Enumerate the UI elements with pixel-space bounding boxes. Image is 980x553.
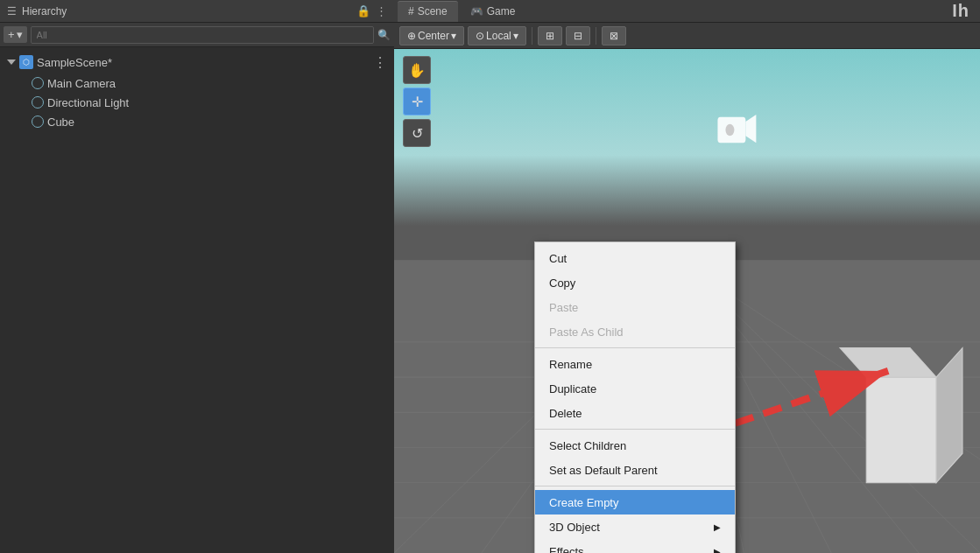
center-button[interactable]: ⊕ Center ▾ <box>399 26 464 46</box>
ctx-duplicate[interactable]: Duplicate <box>535 376 735 401</box>
tabs-bar: # Scene 🎮 Game Ih <box>394 0 980 23</box>
ctx-set-default-parent-label: Set as Default Parent <box>549 464 658 477</box>
ctx-select-children-label: Select Children <box>549 439 626 452</box>
ctx-create-empty[interactable]: Create Empty <box>535 490 735 514</box>
hierarchy-menu-icon: ☰ <box>7 5 17 18</box>
game-tab-label: Game <box>487 5 516 18</box>
scene-name: SampleScene* <box>37 56 112 69</box>
scene-tab-icon: # <box>408 5 414 18</box>
ctx-delete-label: Delete <box>549 407 582 420</box>
rotate-tool-button[interactable]: ↺ <box>403 119 431 147</box>
ctx-3d-object-arrow-icon: ▶ <box>714 522 721 532</box>
local-dropdown-icon: ▾ <box>513 30 518 42</box>
ctx-sep-3 <box>535 486 735 486</box>
hierarchy-panel: ☰ Hierarchy 🔒 ⋮ + ▾ 🔍 ⬡ SampleScene* ⋮ <box>0 0 394 553</box>
ctx-effects-label: Effects <box>549 545 584 554</box>
ctx-effects-arrow-icon: ▶ <box>714 547 721 554</box>
tab-scene[interactable]: # Scene <box>398 1 458 22</box>
hierarchy-item-cube[interactable]: Cube <box>0 112 394 131</box>
hierarchy-item-directional-light[interactable]: Directional Light <box>0 93 394 112</box>
main-camera-icon <box>32 77 44 89</box>
local-icon: ⊙ <box>476 30 484 42</box>
pivot-icon: ⊕ <box>407 30 416 42</box>
toolbar-separator-2 <box>596 27 596 45</box>
directional-light-icon <box>32 96 44 108</box>
ctx-paste-label: Paste <box>549 301 578 314</box>
main-area: # Scene 🎮 Game Ih ⊕ Center ▾ ⊙ Local ▾ <box>394 0 980 553</box>
ctx-set-default-parent[interactable]: Set as Default Parent <box>535 458 735 482</box>
scene-toolbar: ⊕ Center ▾ ⊙ Local ▾ ⊞ ⊟ ⊠ <box>394 23 980 49</box>
svg-marker-20 <box>745 115 756 143</box>
scene-tools: ✋ ✛ ↺ <box>403 56 431 147</box>
move-tool-button[interactable]: ✛ <box>403 88 431 116</box>
ctx-3d-object-label: 3D Object <box>549 521 600 534</box>
grid-btn-2[interactable]: ⊟ <box>566 26 590 46</box>
hierarchy-title: Hierarchy <box>22 5 67 18</box>
ctx-rename[interactable]: Rename <box>535 352 735 376</box>
scene-more-icon[interactable]: ⋮ <box>373 54 394 71</box>
ctx-3d-object[interactable]: 3D Object ▶ <box>535 514 735 539</box>
scene-tab-label: Scene <box>418 5 448 18</box>
ctx-copy[interactable]: Copy <box>535 270 735 295</box>
directional-light-label: Directional Light <box>47 96 129 109</box>
ctx-delete[interactable]: Delete <box>535 401 735 425</box>
hierarchy-more-icon[interactable]: ⋮ <box>376 4 387 18</box>
expand-triangle-icon <box>7 60 16 65</box>
hierarchy-header: ☰ Hierarchy 🔒 ⋮ <box>0 0 394 23</box>
center-label: Center <box>418 30 449 42</box>
cube-label: Cube <box>47 116 74 129</box>
ctx-rename-label: Rename <box>549 358 592 371</box>
ctx-paste[interactable]: Paste <box>535 295 735 319</box>
ctx-select-children[interactable]: Select Children <box>535 433 735 458</box>
main-camera-label: Main Camera <box>47 77 116 90</box>
game-tab-icon: 🎮 <box>470 5 483 18</box>
ctx-cut-label: Cut <box>549 252 567 265</box>
ctx-paste-as-child[interactable]: Paste As Child <box>535 319 735 344</box>
svg-point-21 <box>725 124 734 136</box>
ctx-create-empty-label: Create Empty <box>549 496 618 509</box>
tab-game[interactable]: 🎮 Game <box>460 1 526 22</box>
ctx-copy-label: Copy <box>549 276 575 290</box>
scene-icon: ⬡ <box>19 55 33 69</box>
hierarchy-item-main-camera[interactable]: Main Camera <box>0 74 394 93</box>
local-label: Local <box>486 30 511 42</box>
cube-icon <box>32 116 44 128</box>
svg-marker-16 <box>866 377 936 483</box>
ctx-paste-as-child-label: Paste As Child <box>549 326 624 339</box>
center-dropdown-icon: ▾ <box>451 30 456 42</box>
toolbar-separator-1 <box>532 27 532 45</box>
grid-btn-3[interactable]: ⊠ <box>602 26 626 46</box>
local-button[interactable]: ⊙ Local ▾ <box>468 26 526 46</box>
hierarchy-content: ⬡ SampleScene* ⋮ Main Camera Directional… <box>0 47 394 553</box>
add-dropdown-icon: ▾ <box>17 28 23 41</box>
context-menu: Cut Copy Paste Paste As Child Rename Dup… <box>534 242 736 553</box>
hand-tool-button[interactable]: ✋ <box>403 56 431 84</box>
ctx-duplicate-label: Duplicate <box>549 382 596 396</box>
grid-btn-1[interactable]: ⊞ <box>538 26 562 46</box>
search-icon: 🔍 <box>377 29 391 41</box>
ctx-cut[interactable]: Cut <box>535 246 735 270</box>
hierarchy-lock-icon[interactable]: 🔒 <box>356 4 370 18</box>
hierarchy-header-icons: 🔒 ⋮ <box>356 4 387 18</box>
scene-root-item[interactable]: ⬡ SampleScene* ⋮ <box>0 51 394 74</box>
add-plus-icon: + <box>8 28 15 41</box>
add-object-button[interactable]: + ▾ <box>4 26 27 43</box>
hierarchy-toolbar: + ▾ 🔍 <box>0 23 394 47</box>
ctx-sep-1 <box>535 347 735 348</box>
ctx-sep-2 <box>535 429 735 430</box>
hierarchy-search-input[interactable] <box>31 26 374 44</box>
scene-viewport[interactable]: ✋ ✛ ↺ Cut Copy Paste Paste As Child <box>394 49 980 553</box>
header-label: Ih <box>952 1 969 21</box>
ctx-effects[interactable]: Effects ▶ <box>535 539 735 553</box>
